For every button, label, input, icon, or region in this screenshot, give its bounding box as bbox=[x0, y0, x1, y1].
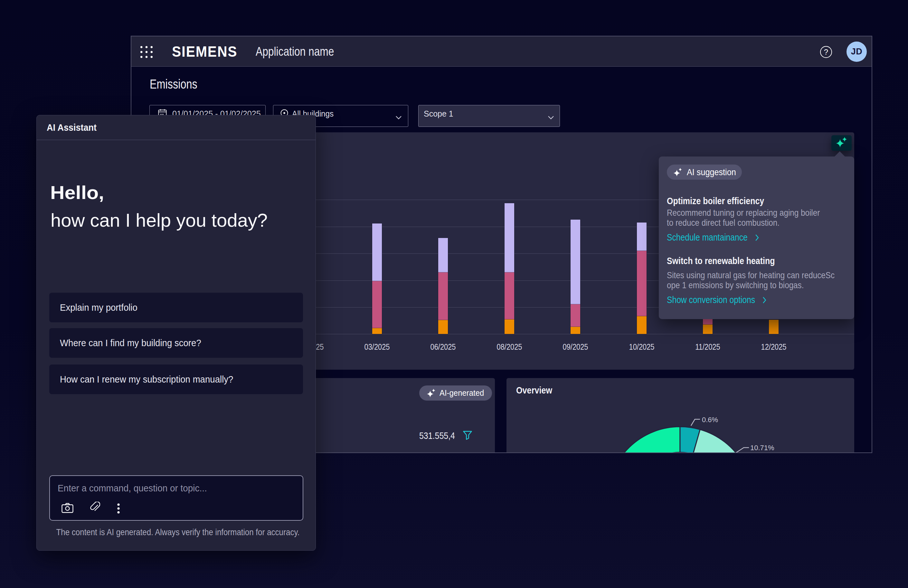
svg-text:0.6%: 0.6% bbox=[702, 416, 718, 424]
svg-text:10.71%: 10.71% bbox=[750, 444, 774, 452]
